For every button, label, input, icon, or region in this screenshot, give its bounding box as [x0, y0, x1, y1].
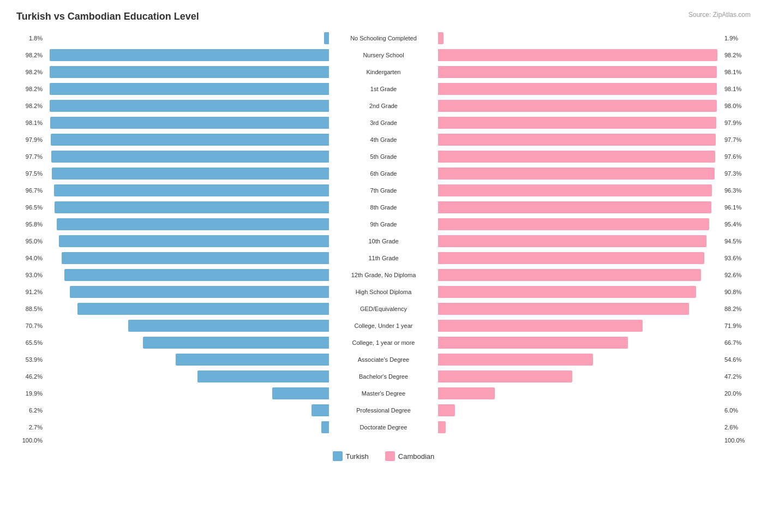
- bars-wrapper: 4th Grade: [45, 132, 722, 147]
- bar-blue: [50, 117, 329, 129]
- bar-left-value: 1.8%: [16, 35, 45, 41]
- bar-center-label: Kindergarten: [329, 68, 438, 76]
- bar-left-side: [45, 49, 329, 61]
- bar-pink: [438, 421, 446, 433]
- bar-left-side: [45, 235, 329, 247]
- bottom-labels: 100.0% 100.0%: [16, 437, 751, 444]
- bar-right-value: 2.6%: [722, 424, 751, 431]
- bar-pink: [438, 168, 715, 180]
- bar-center-label: College, 1 year or more: [329, 338, 438, 347]
- bar-blue: [57, 218, 329, 230]
- bar-center-label: College, Under 1 year: [329, 321, 438, 330]
- bar-blue: [50, 49, 329, 61]
- bar-right-value: 94.5%: [722, 238, 751, 244]
- bar-pink: [438, 320, 643, 332]
- bar-pink: [438, 303, 689, 315]
- bar-left-side: [45, 303, 329, 315]
- bars-wrapper: College, 1 year or more: [45, 335, 722, 350]
- bar-right-side: [438, 286, 722, 298]
- bar-row: 53.9%Associate's Degree54.6%: [16, 352, 751, 367]
- bars-wrapper: 11th Grade: [45, 250, 722, 266]
- legend-label-turkish: Turkish: [346, 452, 369, 461]
- bars-wrapper: 5th Grade: [45, 149, 722, 164]
- bottom-left-label: 100.0%: [16, 437, 45, 444]
- bar-left-side: [45, 168, 329, 180]
- bar-blue: [64, 269, 329, 281]
- bar-right-side: [438, 269, 722, 281]
- bar-right-value: 97.3%: [722, 170, 751, 177]
- chart-container: Turkish vs Cambodian Education Level Sou…: [0, 0, 767, 532]
- bar-pink: [438, 151, 715, 163]
- bar-left-value: 65.5%: [16, 339, 45, 346]
- bar-row: 98.2%Nursery School98.2%: [16, 47, 751, 63]
- bars-wrapper: 9th Grade: [45, 217, 722, 232]
- bar-row: 97.5%6th Grade97.3%: [16, 166, 751, 181]
- bar-center-label: Professional Degree: [329, 406, 438, 415]
- bar-blue: [51, 151, 329, 163]
- bar-row: 70.7%College, Under 1 year71.9%: [16, 318, 751, 333]
- bar-right-value: 96.3%: [722, 187, 751, 194]
- bar-pink: [438, 269, 701, 281]
- bar-right-value: 98.1%: [722, 86, 751, 92]
- bar-pink: [438, 218, 709, 230]
- bar-left-value: 53.9%: [16, 356, 45, 363]
- bar-pink: [438, 134, 716, 146]
- bar-left-value: 91.2%: [16, 289, 45, 295]
- bar-left-value: 88.5%: [16, 306, 45, 312]
- bar-row: 96.5%8th Grade96.1%: [16, 200, 751, 215]
- legend: Turkish Cambodian: [16, 451, 751, 461]
- bar-blue: [77, 303, 329, 315]
- bar-left-side: [45, 252, 329, 264]
- bar-left-value: 96.5%: [16, 204, 45, 211]
- bar-row: 97.9%4th Grade97.7%: [16, 132, 751, 147]
- bars-wrapper: 1st Grade: [45, 81, 722, 97]
- bar-blue: [62, 252, 329, 264]
- bars-wrapper: Bachelor's Degree: [45, 369, 722, 384]
- bar-left-side: [45, 218, 329, 230]
- bar-left-value: 97.7%: [16, 153, 45, 160]
- bar-pink: [438, 66, 717, 78]
- bar-left-side: [45, 134, 329, 146]
- bar-pink: [438, 83, 717, 95]
- bar-row: 1.8%No Schooling Completed1.9%: [16, 31, 751, 46]
- bars-wrapper: Nursery School: [45, 47, 722, 63]
- bar-blue: [52, 168, 329, 180]
- bar-blue: [321, 421, 329, 433]
- bar-right-value: 96.1%: [722, 204, 751, 211]
- bar-left-value: 46.2%: [16, 373, 45, 380]
- bar-row: 19.9%Master's Degree20.0%: [16, 386, 751, 401]
- bar-right-value: 98.1%: [722, 69, 751, 75]
- bar-right-value: 90.8%: [722, 289, 751, 295]
- bar-row: 88.5%GED/Equivalency88.2%: [16, 301, 751, 316]
- bars-wrapper: 10th Grade: [45, 234, 722, 249]
- bar-left-value: 95.0%: [16, 238, 45, 244]
- bar-center-label: 9th Grade: [329, 220, 438, 229]
- bar-left-value: 97.9%: [16, 136, 45, 143]
- bar-right-value: 93.6%: [722, 255, 751, 261]
- bars-wrapper: 3rd Grade: [45, 115, 722, 130]
- bar-center-label: Nursery School: [329, 51, 438, 59]
- bar-row: 91.2%High School Diploma90.8%: [16, 284, 751, 300]
- bar-left-side: [45, 184, 329, 196]
- bar-left-side: [45, 100, 329, 112]
- bar-left-value: 98.2%: [16, 52, 45, 58]
- bars-wrapper: GED/Equivalency: [45, 301, 722, 316]
- bar-left-side: [45, 83, 329, 95]
- bar-left-side: [45, 32, 329, 44]
- bar-right-side: [438, 100, 722, 112]
- bar-right-value: 97.7%: [722, 136, 751, 143]
- bar-center-label: High School Diploma: [329, 288, 438, 296]
- bar-right-value: 54.6%: [722, 356, 751, 363]
- bar-right-side: [438, 252, 722, 264]
- bars-wrapper: Doctorate Degree: [45, 420, 722, 435]
- bar-blue: [70, 286, 329, 298]
- bar-right-side: [438, 134, 722, 146]
- bars-wrapper: Kindergarten: [45, 64, 722, 80]
- bar-left-value: 2.7%: [16, 424, 45, 431]
- bar-right-side: [438, 184, 722, 196]
- bar-blue: [143, 337, 329, 349]
- bar-right-side: [438, 303, 722, 315]
- bars-wrapper: 7th Grade: [45, 183, 722, 198]
- bar-center-label: 7th Grade: [329, 186, 438, 195]
- bar-blue: [311, 404, 329, 416]
